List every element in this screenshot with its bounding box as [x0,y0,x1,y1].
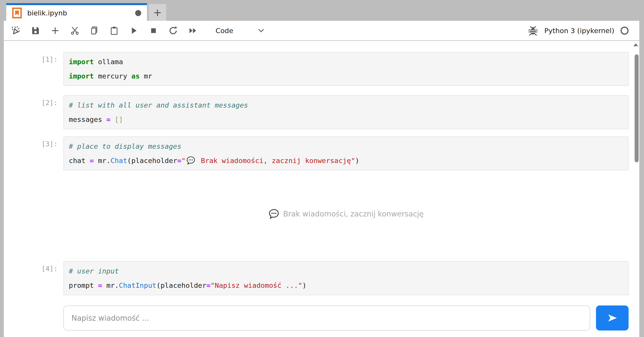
paste-cells-button[interactable] [108,25,120,37]
chat-output-widget: Brak wiadomości, zacznij konwersację [64,172,628,255]
refresh-icon [168,26,178,35]
stop-icon [149,26,158,35]
floppy-icon [31,26,40,35]
notebook-tab[interactable]: bielik.ipynb [6,3,147,21]
code-line: # place to display messages [69,139,626,153]
cell-type-value: Code [216,27,233,35]
toolbar-buttons [10,25,207,37]
copy-cells-button[interactable] [89,25,100,37]
execution-count-prompt: [4]: [36,261,58,273]
chat-empty-placeholder: Brak wiadomości, zacznij konwersację [283,210,424,218]
new-tab-button[interactable]: + [149,4,166,21]
cell-editor[interactable]: # user inputprompt = mr.ChatInput(placeh… [64,261,628,295]
scrollbar-up-arrow-icon[interactable] [633,43,638,46]
mercury-button[interactable] [10,25,22,37]
cell-editor[interactable]: import ollamaimport mercury as mr [64,52,628,86]
mercury-sparkle-icon [11,26,20,35]
cell-editor[interactable]: # place to display messageschat = mr.Cha… [64,136,628,170]
code-line: import mercury as mr [69,69,626,83]
tab-title: bielik.ipynb [27,9,67,17]
debugger-bug-icon[interactable] [528,26,538,36]
execution-count-prompt: [1]: [36,52,58,63]
interrupt-kernel-button[interactable] [148,25,159,37]
clipboard-icon [110,26,119,35]
code-cell-3: [3]:# place to display messageschat = mr… [36,136,628,170]
speech-bubble-icon [186,156,196,165]
scrollbar-thumb[interactable] [634,54,639,162]
chat-input-widget [64,305,628,330]
code-line: # user input [69,264,626,278]
plus-icon: + [153,7,162,19]
notebook-app: Code Python 3 (ipykernel) [1]:import oll… [4,21,639,337]
code-line: chat = mr.Chat(placeholder=" Brak wiadom… [69,153,626,168]
notebook-toolbar: Code Python 3 (ipykernel) [4,21,639,41]
insert-cell-button[interactable] [49,25,61,37]
code-cell-4: [4]:# user inputprompt = mr.ChatInput(pl… [36,261,628,295]
cell-type-dropdown[interactable]: Code [216,26,266,35]
code-cell-1: [1]:import ollamaimport mercury as mr [36,52,628,86]
restart-run-all-button[interactable] [187,25,198,37]
chat-message-input[interactable] [64,305,590,330]
send-message-button[interactable] [596,305,628,330]
execution-count-prompt: [2]: [36,95,58,107]
notebook-file-icon [12,7,22,19]
jupyter-notebook-window: { "tab_bar": { "tab_title": "bielik.ipyn… [0,0,644,337]
execution-count-prompt: [3]: [36,136,58,148]
scissors-icon [70,26,80,35]
save-button[interactable] [30,25,41,37]
play-icon [129,26,138,35]
kernel-name[interactable]: Python 3 (ipykernel) [544,27,614,35]
plus-icon [50,26,60,35]
unsaved-changes-dot [135,10,141,16]
kernel-status-indicator [620,27,628,35]
fast-forward-icon [188,26,198,35]
code-cell-2: [2]:# list with all user and assistant m… [36,95,628,129]
speech-bubble-icon [268,208,280,219]
cell-editor[interactable]: # list with all user and assistant messa… [64,95,628,129]
chevron-down-icon [257,26,266,35]
code-line: messages = [] [69,112,626,127]
code-line: import ollama [69,55,626,69]
code-line: prompt = mr.ChatInput(placeholder="Napis… [69,278,626,292]
toolbar-right: Python 3 (ipykernel) [528,26,628,36]
restart-kernel-button[interactable] [167,25,179,37]
copy-icon [90,26,99,35]
cut-cells-button[interactable] [69,25,81,37]
send-arrow-icon [606,312,618,324]
tab-bar: bielik.ipynb + [4,0,639,21]
code-line: # list with all user and assistant messa… [69,98,626,112]
run-cell-button[interactable] [128,25,140,37]
